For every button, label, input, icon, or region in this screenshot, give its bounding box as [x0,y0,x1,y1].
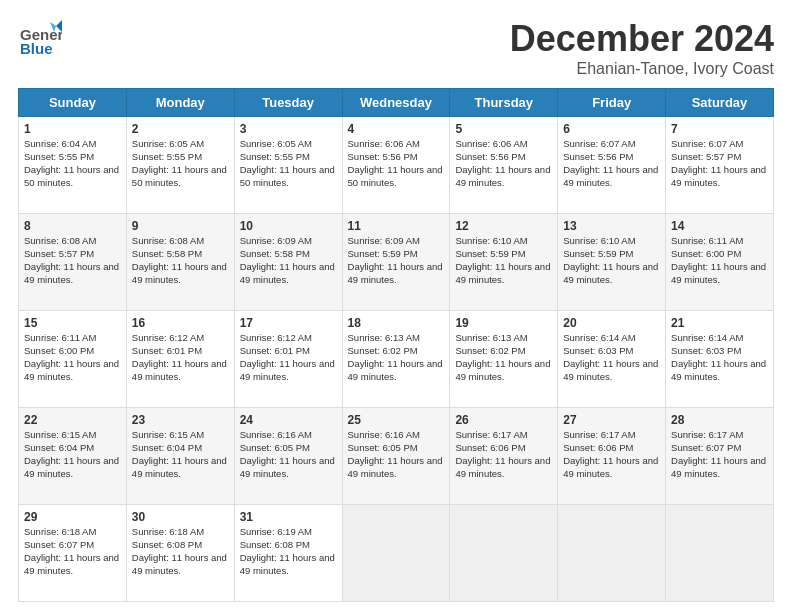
calendar-cell [666,505,774,602]
days-header-row: SundayMondayTuesdayWednesdayThursdayFrid… [19,89,774,117]
location-subtitle: Ehanian-Tanoe, Ivory Coast [510,60,774,78]
daylight-text: Daylight: 11 hours and 49 minutes. [24,552,119,576]
calendar-cell: 13Sunrise: 6:10 AMSunset: 5:59 PMDayligh… [558,214,666,311]
daylight-text: Daylight: 11 hours and 49 minutes. [24,358,119,382]
sunrise-text: Sunrise: 6:13 AM [455,332,527,343]
calendar-cell: 27Sunrise: 6:17 AMSunset: 6:06 PMDayligh… [558,408,666,505]
sunrise-text: Sunrise: 6:04 AM [24,138,96,149]
sunset-text: Sunset: 6:00 PM [671,248,741,259]
day-number: 16 [132,315,229,331]
sunset-text: Sunset: 5:56 PM [348,151,418,162]
sunset-text: Sunset: 6:03 PM [563,345,633,356]
sunrise-text: Sunrise: 6:07 AM [563,138,635,149]
day-number: 30 [132,509,229,525]
calendar-cell: 20Sunrise: 6:14 AMSunset: 6:03 PMDayligh… [558,311,666,408]
day-number: 26 [455,412,552,428]
day-number: 2 [132,121,229,137]
day-number: 28 [671,412,768,428]
daylight-text: Daylight: 11 hours and 49 minutes. [563,261,658,285]
daylight-text: Daylight: 11 hours and 50 minutes. [132,164,227,188]
daylight-text: Daylight: 11 hours and 50 minutes. [348,164,443,188]
calendar-cell: 23Sunrise: 6:15 AMSunset: 6:04 PMDayligh… [126,408,234,505]
day-number: 19 [455,315,552,331]
day-number: 18 [348,315,445,331]
sunset-text: Sunset: 5:55 PM [132,151,202,162]
daylight-text: Daylight: 11 hours and 49 minutes. [348,358,443,382]
day-number: 3 [240,121,337,137]
sunrise-text: Sunrise: 6:14 AM [671,332,743,343]
sunset-text: Sunset: 6:05 PM [348,442,418,453]
daylight-text: Daylight: 11 hours and 49 minutes. [240,358,335,382]
day-header-thursday: Thursday [450,89,558,117]
daylight-text: Daylight: 11 hours and 49 minutes. [240,552,335,576]
sunrise-text: Sunrise: 6:10 AM [455,235,527,246]
calendar-cell: 2Sunrise: 6:05 AMSunset: 5:55 PMDaylight… [126,117,234,214]
calendar-cell: 14Sunrise: 6:11 AMSunset: 6:00 PMDayligh… [666,214,774,311]
daylight-text: Daylight: 11 hours and 49 minutes. [240,261,335,285]
sunrise-text: Sunrise: 6:10 AM [563,235,635,246]
day-number: 17 [240,315,337,331]
calendar-cell: 16Sunrise: 6:12 AMSunset: 6:01 PMDayligh… [126,311,234,408]
day-number: 13 [563,218,660,234]
daylight-text: Daylight: 11 hours and 49 minutes. [455,164,550,188]
header: General Blue December 2024 Ehanian-Tanoe… [18,18,774,78]
sunset-text: Sunset: 6:02 PM [455,345,525,356]
sunset-text: Sunset: 6:08 PM [132,539,202,550]
calendar-cell: 12Sunrise: 6:10 AMSunset: 5:59 PMDayligh… [450,214,558,311]
day-header-monday: Monday [126,89,234,117]
logo-icon: General Blue [18,18,62,62]
day-number: 6 [563,121,660,137]
sunset-text: Sunset: 6:00 PM [24,345,94,356]
day-header-saturday: Saturday [666,89,774,117]
calendar-cell: 19Sunrise: 6:13 AMSunset: 6:02 PMDayligh… [450,311,558,408]
calendar-cell: 15Sunrise: 6:11 AMSunset: 6:00 PMDayligh… [19,311,127,408]
daylight-text: Daylight: 11 hours and 49 minutes. [671,164,766,188]
sunrise-text: Sunrise: 6:15 AM [24,429,96,440]
sunrise-text: Sunrise: 6:06 AM [348,138,420,149]
calendar-cell: 29Sunrise: 6:18 AMSunset: 6:07 PMDayligh… [19,505,127,602]
calendar-week-1: 1Sunrise: 6:04 AMSunset: 5:55 PMDaylight… [19,117,774,214]
sunrise-text: Sunrise: 6:18 AM [24,526,96,537]
day-number: 23 [132,412,229,428]
day-number: 12 [455,218,552,234]
sunrise-text: Sunrise: 6:14 AM [563,332,635,343]
calendar-cell: 9Sunrise: 6:08 AMSunset: 5:58 PMDaylight… [126,214,234,311]
calendar-cell [450,505,558,602]
sunset-text: Sunset: 5:58 PM [132,248,202,259]
calendar-cell: 18Sunrise: 6:13 AMSunset: 6:02 PMDayligh… [342,311,450,408]
sunset-text: Sunset: 5:57 PM [24,248,94,259]
daylight-text: Daylight: 11 hours and 50 minutes. [24,164,119,188]
calendar-cell: 22Sunrise: 6:15 AMSunset: 6:04 PMDayligh… [19,408,127,505]
calendar-week-2: 8Sunrise: 6:08 AMSunset: 5:57 PMDaylight… [19,214,774,311]
daylight-text: Daylight: 11 hours and 49 minutes. [563,358,658,382]
calendar-cell [558,505,666,602]
daylight-text: Daylight: 11 hours and 49 minutes. [24,455,119,479]
calendar-cell: 5Sunrise: 6:06 AMSunset: 5:56 PMDaylight… [450,117,558,214]
page: General Blue December 2024 Ehanian-Tanoe… [0,0,792,612]
calendar-cell: 11Sunrise: 6:09 AMSunset: 5:59 PMDayligh… [342,214,450,311]
calendar-cell [342,505,450,602]
calendar-cell: 28Sunrise: 6:17 AMSunset: 6:07 PMDayligh… [666,408,774,505]
sunrise-text: Sunrise: 6:12 AM [132,332,204,343]
daylight-text: Daylight: 11 hours and 49 minutes. [240,455,335,479]
sunset-text: Sunset: 5:55 PM [240,151,310,162]
day-number: 5 [455,121,552,137]
calendar-cell: 1Sunrise: 6:04 AMSunset: 5:55 PMDaylight… [19,117,127,214]
calendar-cell: 26Sunrise: 6:17 AMSunset: 6:06 PMDayligh… [450,408,558,505]
sunset-text: Sunset: 6:07 PM [24,539,94,550]
calendar-cell: 8Sunrise: 6:08 AMSunset: 5:57 PMDaylight… [19,214,127,311]
month-title: December 2024 [510,18,774,60]
day-header-sunday: Sunday [19,89,127,117]
sunrise-text: Sunrise: 6:17 AM [455,429,527,440]
calendar-week-5: 29Sunrise: 6:18 AMSunset: 6:07 PMDayligh… [19,505,774,602]
day-number: 20 [563,315,660,331]
calendar-cell: 10Sunrise: 6:09 AMSunset: 5:58 PMDayligh… [234,214,342,311]
sunset-text: Sunset: 5:59 PM [348,248,418,259]
sunset-text: Sunset: 5:56 PM [563,151,633,162]
daylight-text: Daylight: 11 hours and 49 minutes. [671,455,766,479]
sunrise-text: Sunrise: 6:09 AM [348,235,420,246]
sunrise-text: Sunrise: 6:18 AM [132,526,204,537]
sunrise-text: Sunrise: 6:09 AM [240,235,312,246]
sunrise-text: Sunrise: 6:12 AM [240,332,312,343]
daylight-text: Daylight: 11 hours and 49 minutes. [671,358,766,382]
